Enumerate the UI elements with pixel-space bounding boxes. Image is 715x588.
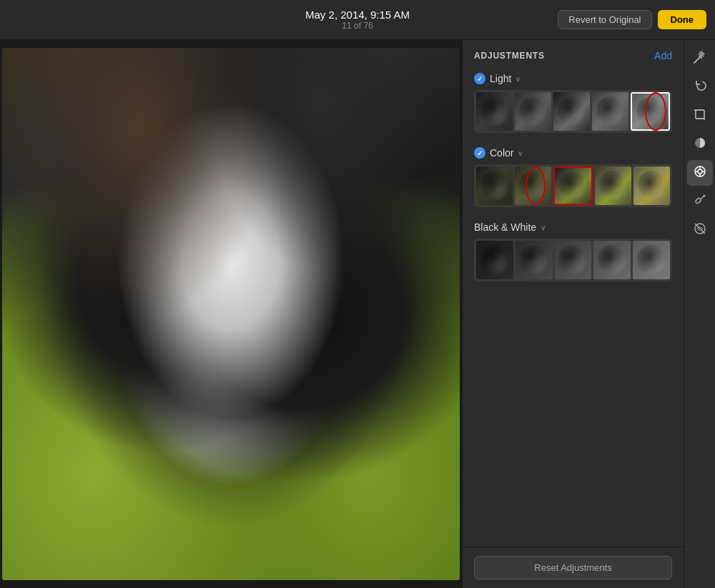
adjust-icon <box>693 164 707 182</box>
add-adjustment-button[interactable]: Add <box>654 50 672 61</box>
light-thumb-4[interactable] <box>592 92 628 131</box>
light-enabled-checkbox[interactable] <box>474 73 485 84</box>
adjustment-section-light: Light ∨ <box>463 69 684 143</box>
magic-wand-icon <box>693 50 707 68</box>
light-chevron-icon: ∨ <box>516 75 521 83</box>
magic-wand-button[interactable] <box>687 46 713 71</box>
light-label: Light <box>490 73 511 84</box>
svg-line-6 <box>702 55 704 56</box>
color-thumb-2[interactable] <box>515 166 551 205</box>
adjustments-title: ADJUSTMENTS <box>474 51 545 61</box>
tonal-icon <box>693 136 707 154</box>
done-button[interactable]: Done <box>658 10 707 29</box>
svg-point-22 <box>703 194 705 196</box>
photo-area <box>0 40 462 588</box>
bw-label: Black & White <box>474 221 536 233</box>
adjustments-panel: ADJUSTMENTS Add Light ∨ <box>463 40 684 547</box>
color-thumbnail-strip[interactable] <box>474 164 672 207</box>
light-thumb-1[interactable] <box>476 92 513 131</box>
adjust-button[interactable] <box>687 160 713 186</box>
color-thumb-4[interactable] <box>595 166 631 205</box>
main-content: ADJUSTMENTS Add Light ∨ <box>0 40 715 588</box>
photo-container[interactable] <box>2 48 460 580</box>
section-header-light[interactable]: Light ∨ <box>474 73 672 84</box>
photo-info: May 2, 2014, 9:15 AM 11 of 76 <box>305 9 410 31</box>
section-header-bw[interactable]: Black & White ∨ <box>474 221 672 233</box>
section-header-color[interactable]: Color ∨ <box>474 147 672 159</box>
right-panel: ADJUSTMENTS Add Light ∨ <box>462 40 684 588</box>
svg-rect-10 <box>696 110 704 119</box>
light-thumb-3[interactable] <box>553 92 590 131</box>
top-bar: May 2, 2014, 9:15 AM 11 of 76 Revert to … <box>0 0 715 40</box>
bw-thumb-5[interactable] <box>633 241 670 279</box>
bw-thumbnail-strip[interactable] <box>474 239 672 281</box>
adjustment-section-color: Color ∨ <box>463 143 684 217</box>
svg-rect-20 <box>695 197 701 204</box>
adjustment-section-bw: Black & White ∨ <box>463 217 684 291</box>
adjustments-header: ADJUSTMENTS Add <box>463 40 684 69</box>
crop-icon <box>693 107 707 125</box>
bw-thumb-3[interactable] <box>555 241 592 279</box>
color-chevron-icon: ∨ <box>518 149 523 157</box>
color-thumb-3[interactable] <box>553 166 593 205</box>
photo-count: 11 of 76 <box>305 21 410 31</box>
light-thumb-5[interactable] <box>631 92 670 131</box>
rotate-button[interactable] <box>687 74 713 100</box>
light-thumb-2[interactable] <box>515 92 551 131</box>
reset-adjustments-button[interactable]: Reset Adjustments <box>474 556 672 579</box>
svg-line-0 <box>694 56 701 63</box>
svg-line-5 <box>699 52 701 54</box>
revert-button[interactable]: Revert to Original <box>558 10 651 29</box>
cat-photo <box>2 48 460 580</box>
photo-date: May 2, 2014, 9:15 AM <box>305 9 410 21</box>
retouch-button[interactable] <box>687 189 713 214</box>
tonal-button[interactable] <box>687 131 713 157</box>
retouch-icon <box>693 193 707 211</box>
color-label: Color <box>490 147 513 159</box>
bw-thumb-4[interactable] <box>593 241 631 279</box>
hide-icon <box>693 221 707 239</box>
bw-chevron-icon: ∨ <box>541 224 546 231</box>
bw-thumb-1[interactable] <box>476 241 513 279</box>
svg-line-8 <box>702 52 704 54</box>
bw-thumb-2[interactable] <box>516 241 553 279</box>
reset-btn-container: Reset Adjustments <box>463 547 684 588</box>
tool-sidebar <box>684 40 715 588</box>
hide-button[interactable] <box>687 217 713 243</box>
top-bar-actions: Revert to Original Done <box>558 10 706 29</box>
svg-point-15 <box>698 169 702 174</box>
rotate-icon <box>693 79 707 96</box>
color-enabled-checkbox[interactable] <box>474 147 485 159</box>
light-thumbnail-strip[interactable] <box>474 90 672 133</box>
color-thumb-1[interactable] <box>476 166 513 205</box>
color-thumb-5[interactable] <box>633 166 670 205</box>
crop-button[interactable] <box>687 103 713 129</box>
